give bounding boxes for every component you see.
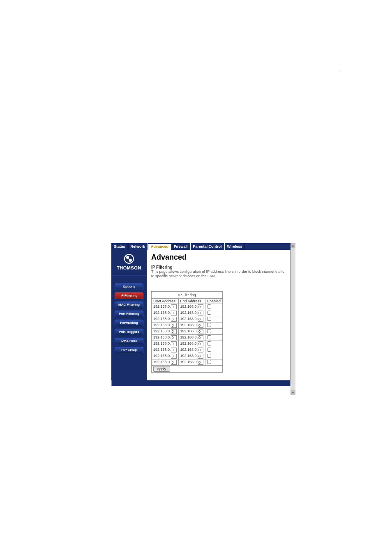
end-address-input[interactable]	[198, 317, 203, 322]
tab-network[interactable]: Network	[128, 243, 148, 250]
table-caption: IP Filtering	[151, 291, 223, 298]
enabled-checkbox[interactable]	[207, 360, 211, 364]
start-address-cell: 192.168.0.	[152, 334, 179, 341]
enabled-checkbox[interactable]	[207, 304, 211, 309]
enabled-cell	[205, 328, 223, 334]
top-tabs: Status Network Advanced Firewall Parenta…	[111, 243, 291, 250]
enabled-cell	[205, 304, 223, 310]
enabled-cell	[205, 334, 223, 341]
enabled-checkbox[interactable]	[207, 323, 211, 327]
end-address-cell: 192.168.0.	[178, 359, 205, 365]
start-address-input[interactable]	[171, 304, 177, 309]
apply-button[interactable]: Apply	[153, 366, 170, 372]
table-row: 192.168.0.192.168.0.	[152, 316, 223, 322]
start-address-input[interactable]	[171, 317, 177, 322]
end-address-input[interactable]	[198, 341, 203, 346]
tab-wireless[interactable]: Wireless	[225, 243, 245, 250]
brand-block: THOMSON	[111, 250, 147, 276]
enabled-checkbox[interactable]	[207, 311, 211, 315]
ip-filtering-table: IP Filtering Start Address End Address E…	[151, 291, 223, 373]
start-address-cell: 192.168.0.	[152, 341, 179, 347]
enabled-checkbox[interactable]	[207, 348, 211, 352]
enabled-checkbox[interactable]	[207, 354, 211, 358]
end-address-input[interactable]	[198, 311, 203, 315]
start-address-cell: 192.168.0.	[152, 304, 179, 310]
page-title: Advanced	[151, 253, 286, 262]
enabled-checkbox[interactable]	[207, 341, 211, 345]
start-address-input[interactable]	[171, 341, 177, 346]
sidebar-item-port-filtering[interactable]: Port Filtering	[115, 311, 143, 317]
enabled-checkbox[interactable]	[207, 317, 211, 321]
scroll-down-icon[interactable]: ▾	[291, 390, 295, 395]
table-row: 192.168.0.192.168.0.	[152, 322, 223, 328]
end-address-input[interactable]	[198, 348, 203, 352]
start-address-cell: 192.168.0.	[152, 359, 179, 365]
content-area: Advanced IP Filtering This page allows c…	[147, 250, 291, 380]
table-row: 192.168.0.192.168.0.	[152, 304, 223, 310]
start-address-input[interactable]	[171, 354, 177, 359]
end-address-input[interactable]	[198, 354, 203, 359]
table-row: 192.168.0.192.168.0.	[152, 328, 223, 334]
enabled-checkbox[interactable]	[207, 329, 211, 333]
table-row: 192.168.0.192.168.0.	[152, 334, 223, 341]
table-row: 192.168.0.192.168.0.	[152, 347, 223, 353]
tab-firewall[interactable]: Firewall	[171, 243, 191, 250]
sidebar-item-rip-setup[interactable]: RIP Setup	[115, 347, 143, 353]
start-address-input[interactable]	[171, 329, 177, 334]
table-row: 192.168.0.192.168.0.	[152, 310, 223, 316]
header-rule	[53, 70, 339, 70]
end-address-input[interactable]	[198, 360, 203, 365]
tab-advanced[interactable]: Advanced	[148, 243, 171, 250]
router-admin-screenshot: ▴ ▾ Status Network Advanced Firewall Par…	[111, 243, 295, 395]
sidebar-item-options[interactable]: Options	[115, 283, 143, 290]
col-start: Start Address	[152, 298, 179, 304]
start-address-input[interactable]	[171, 348, 177, 352]
end-address-cell: 192.168.0.	[178, 328, 205, 334]
description: This page allows configuration of IP add…	[151, 269, 286, 279]
end-address-cell: 192.168.0.	[178, 341, 205, 347]
sidebar-item-port-triggers[interactable]: Port Triggers	[115, 329, 143, 335]
tab-filler	[245, 243, 291, 250]
end-address-input[interactable]	[198, 304, 203, 309]
table-row: 192.168.0.192.168.0.	[152, 359, 223, 365]
sidebar-item-mac-filtering[interactable]: MAC Filtering	[115, 302, 143, 308]
end-address-cell: 192.168.0.	[178, 322, 205, 328]
end-address-cell: 192.168.0.	[178, 304, 205, 310]
start-address-cell: 192.168.0.	[152, 353, 179, 359]
enabled-cell	[205, 316, 223, 322]
sidebar: THOMSON Options IP Filtering MAC Filteri…	[111, 250, 147, 380]
apply-cell: Apply	[152, 365, 223, 372]
subtitle: IP Filtering	[151, 265, 286, 269]
enabled-cell	[205, 310, 223, 316]
col-end: End Address	[178, 298, 205, 304]
brand-logo-icon	[124, 254, 134, 264]
start-address-input[interactable]	[171, 335, 177, 340]
start-address-cell: 192.168.0.	[152, 316, 179, 322]
sidebar-item-dmz-host[interactable]: DMZ Host	[115, 338, 143, 344]
enabled-cell	[205, 341, 223, 347]
table-row: 192.168.0.192.168.0.	[152, 353, 223, 359]
start-address-cell: 192.168.0.	[152, 322, 179, 328]
start-address-cell: 192.168.0.	[152, 347, 179, 353]
col-enabled: Enabled	[205, 298, 223, 304]
tab-parental-control[interactable]: Parental Control	[191, 243, 225, 250]
enabled-cell	[205, 353, 223, 359]
brand-name: THOMSON	[111, 265, 147, 270]
end-address-input[interactable]	[198, 335, 203, 340]
scroll-up-icon[interactable]: ▴	[291, 243, 295, 248]
start-address-input[interactable]	[171, 311, 177, 315]
end-address-input[interactable]	[198, 323, 203, 328]
end-address-cell: 192.168.0.	[178, 347, 205, 353]
start-address-cell: 192.168.0.	[152, 310, 179, 316]
start-address-input[interactable]	[171, 360, 177, 365]
enabled-cell	[205, 322, 223, 328]
enabled-checkbox[interactable]	[207, 335, 211, 339]
enabled-cell	[205, 347, 223, 353]
tab-status[interactable]: Status	[111, 243, 128, 250]
start-address-input[interactable]	[171, 323, 177, 328]
sidebar-item-ip-filtering[interactable]: IP Filtering	[115, 292, 143, 299]
end-address-cell: 192.168.0.	[178, 316, 205, 322]
end-address-cell: 192.168.0.	[178, 353, 205, 359]
sidebar-item-forwarding[interactable]: Forwarding	[115, 320, 143, 326]
end-address-input[interactable]	[198, 329, 203, 334]
